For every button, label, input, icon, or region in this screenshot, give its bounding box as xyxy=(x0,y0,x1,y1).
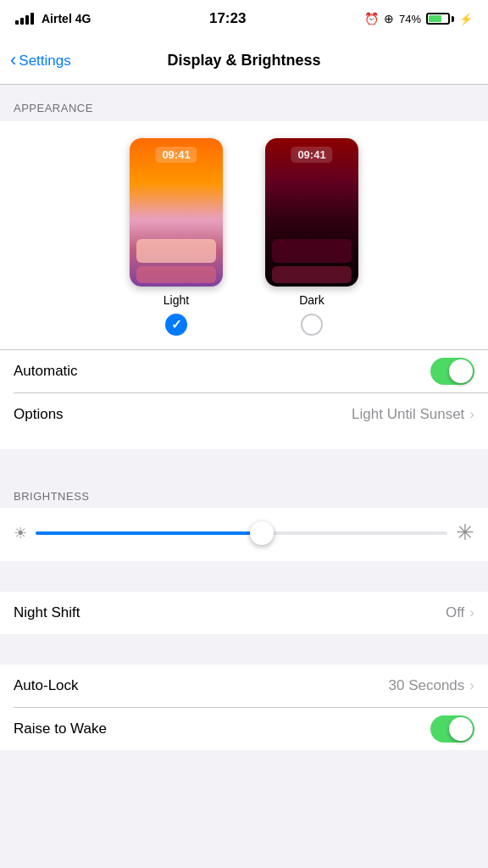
options-chevron-icon: › xyxy=(469,406,474,423)
dark-label: Dark xyxy=(299,293,324,307)
status-time: 17:23 xyxy=(209,10,246,27)
automatic-row[interactable]: Automatic xyxy=(0,350,488,392)
night-shift-group: Night Shift Off › xyxy=(0,592,488,634)
raise-to-wake-row[interactable]: Raise to Wake xyxy=(0,708,488,750)
dark-radio[interactable] xyxy=(301,314,323,336)
light-theme-preview: 09:41 xyxy=(130,138,223,287)
night-shift-row[interactable]: Night Shift Off › xyxy=(0,592,488,634)
options-right: Light Until Sunset › xyxy=(352,406,474,423)
appearance-options: 09:41 Light 09:41 Dark xyxy=(0,138,488,336)
status-left: Airtel 4G xyxy=(15,12,91,25)
gap-2 xyxy=(0,561,488,592)
status-right: ⏰ ⊕ 74% ⚡ xyxy=(364,12,473,25)
brightness-slider-row: ☀ ✳ xyxy=(14,520,474,546)
light-radio[interactable] xyxy=(165,314,187,336)
raise-to-wake-toggle-thumb xyxy=(449,717,473,741)
light-clock: 09:41 xyxy=(155,147,197,163)
automatic-toggle-thumb xyxy=(449,359,473,383)
appearance-section-header: APPEARANCE xyxy=(0,85,488,121)
dark-clock: 09:41 xyxy=(291,147,332,163)
gap-3 xyxy=(0,634,488,665)
appearance-card: 09:41 Light 09:41 Dark Auto xyxy=(0,121,488,449)
light-preview-bars xyxy=(130,236,223,287)
battery-indicator xyxy=(426,13,454,25)
automatic-label: Automatic xyxy=(14,363,78,380)
back-label: Settings xyxy=(19,53,70,70)
options-value: Light Until Sunset xyxy=(352,406,464,423)
carrier-label: Airtel 4G xyxy=(42,12,91,25)
light-label: Light xyxy=(164,293,189,307)
night-shift-label: Night Shift xyxy=(14,604,80,621)
gap-1 xyxy=(0,449,488,480)
dark-theme-option[interactable]: 09:41 Dark xyxy=(265,138,358,336)
brightness-fill xyxy=(36,531,262,535)
signal-bars xyxy=(15,13,34,25)
sun-large-icon: ✳ xyxy=(456,520,474,546)
raise-to-wake-toggle[interactable] xyxy=(430,715,474,743)
automatic-toggle[interactable] xyxy=(430,358,474,385)
auto-lock-row[interactable]: Auto-Lock 30 Seconds › xyxy=(0,665,488,707)
dark-preview-bars xyxy=(265,236,358,287)
brightness-section: ☀ ✳ xyxy=(0,508,488,561)
lock-wake-group: Auto-Lock 30 Seconds › Raise to Wake xyxy=(0,665,488,750)
auto-lock-chevron-icon: › xyxy=(469,677,474,694)
night-shift-right: Off › xyxy=(446,604,474,621)
page-title: Display & Brightness xyxy=(167,52,320,70)
charging-icon: ⚡ xyxy=(459,13,473,25)
back-button[interactable]: ‹ Settings xyxy=(10,53,71,70)
auto-lock-right: 30 Seconds › xyxy=(389,677,474,694)
night-shift-chevron-icon: › xyxy=(469,604,474,621)
status-bar: Airtel 4G 17:23 ⏰ ⊕ 74% ⚡ xyxy=(0,0,488,37)
brightness-thumb[interactable] xyxy=(250,521,274,545)
brightness-slider[interactable] xyxy=(36,531,447,535)
sun-small-icon: ☀ xyxy=(14,524,27,542)
options-label: Options xyxy=(14,406,64,423)
location-icon: ⊕ xyxy=(384,12,394,25)
alarm-icon: ⏰ xyxy=(364,12,379,25)
back-chevron-icon: ‹ xyxy=(10,51,16,70)
brightness-section-header: BRIGHTNESS xyxy=(0,480,488,508)
raise-to-wake-label: Raise to Wake xyxy=(14,721,107,737)
battery-percent: 74% xyxy=(399,13,421,25)
dark-theme-preview: 09:41 xyxy=(265,138,358,287)
options-row[interactable]: Options Light Until Sunset › xyxy=(0,393,488,436)
nav-bar: ‹ Settings Display & Brightness xyxy=(0,37,488,85)
night-shift-value: Off xyxy=(446,604,464,621)
light-theme-option[interactable]: 09:41 Light xyxy=(130,138,223,336)
auto-lock-value: 30 Seconds xyxy=(389,677,465,694)
auto-lock-label: Auto-Lock xyxy=(14,677,79,694)
